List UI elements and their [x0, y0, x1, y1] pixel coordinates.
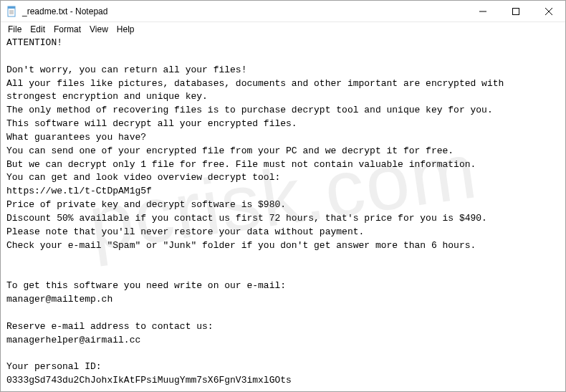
- svg-rect-1: [8, 6, 15, 9]
- menu-file[interactable]: File: [4, 24, 26, 35]
- close-button[interactable]: [532, 1, 565, 22]
- menubar: File Edit Format View Help: [1, 22, 565, 37]
- minimize-button[interactable]: [466, 1, 499, 22]
- menu-help[interactable]: Help: [112, 24, 139, 35]
- window-title: _readme.txt - Notepad: [22, 6, 466, 16]
- svg-rect-6: [513, 9, 519, 15]
- titlebar: _readme.txt - Notepad: [1, 1, 565, 22]
- text-area[interactable]: ATTENTION! Don't worry, you can return a…: [1, 37, 565, 391]
- menu-view[interactable]: View: [85, 24, 112, 35]
- notepad-window: _readme.txt - Notepad File Edit Format V…: [0, 0, 566, 392]
- menu-format[interactable]: Format: [49, 24, 85, 35]
- notepad-icon: [6, 6, 18, 17]
- menu-edit[interactable]: Edit: [26, 24, 49, 35]
- maximize-button[interactable]: [499, 1, 532, 22]
- window-controls: [466, 1, 565, 21]
